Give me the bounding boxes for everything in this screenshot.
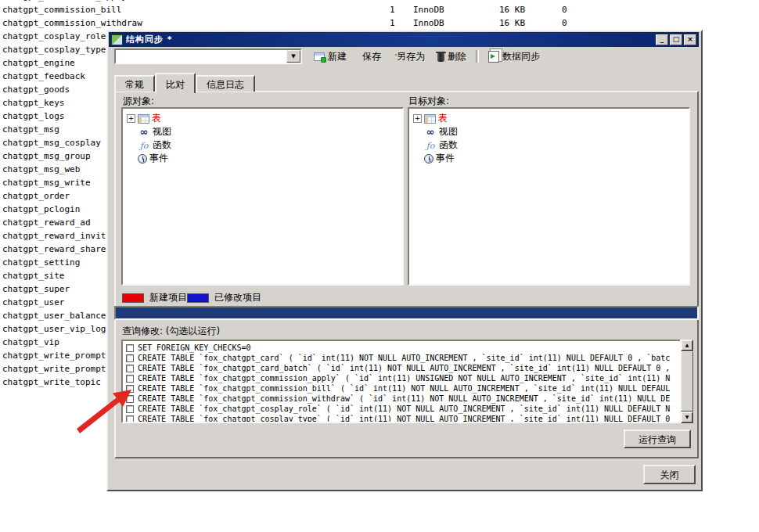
table-name: chatgpt_reward_share (2, 244, 106, 254)
sql-checkbox[interactable] (126, 385, 134, 393)
table-name: chatgpt_msg_web (2, 164, 80, 174)
tab-compare[interactable]: 比对 (155, 73, 196, 93)
sql-statement-text: CREATE TABLE `fox_chatgpt_commission_wit… (138, 394, 670, 403)
sql-checkbox[interactable] (126, 405, 134, 413)
sql-checkbox[interactable] (126, 365, 134, 372)
sql-statement-row[interactable]: CREATE TABLE `fox_chatgpt_commission_app… (124, 373, 692, 383)
dialog-titlebar[interactable]: 结构同步 * _ □ × (109, 32, 699, 47)
close-dialog-button[interactable]: 关闭 (643, 465, 696, 484)
window-button-glyph: × (685, 35, 696, 44)
event-icon (424, 154, 433, 164)
sql-checkbox[interactable] (126, 354, 134, 362)
data-sync-button[interactable]: 数据同步 (486, 49, 542, 64)
scroll-up-icon[interactable]: ▲ (681, 340, 693, 351)
table-name: chatgpt_pclogin (2, 204, 80, 214)
sql-checkbox[interactable] (126, 415, 134, 423)
tree-item[interactable]: 事件 (127, 152, 402, 165)
sql-statement-row[interactable]: CREATE TABLE `fox_chatgpt_commission_bil… (124, 383, 692, 394)
sql-statement-text: CREATE TABLE `fox_chatgpt_commission_bil… (138, 384, 670, 393)
table-name: chatgpt_cosplay_role (2, 31, 106, 41)
save-button[interactable]: 保存 (357, 49, 383, 64)
tab-info-log[interactable]: 信息日志 (196, 75, 255, 92)
tree-item[interactable]: 函数 (127, 138, 402, 152)
legend: 新建项目 已修改项目 (122, 291, 261, 304)
legend-color-swatch (122, 293, 144, 303)
table-list-row[interactable]: chatgpt_commission_withdraw 1 InnoDB 16 … (2, 16, 754, 30)
expand-icon[interactable]: + (127, 114, 135, 123)
toolbar-button-label: 删除 (448, 50, 466, 63)
tree-item[interactable]: 事件 (413, 152, 689, 165)
tree-item[interactable]: + 表 (127, 112, 402, 125)
sql-list-scrollbar[interactable]: ▲ ▼ (680, 340, 693, 423)
source-objects-label: 源对象: (123, 95, 154, 108)
tree-item-label: 函数 (439, 138, 458, 152)
table-name: chatgpt_write_topic (2, 377, 101, 387)
sql-checkbox[interactable] (126, 395, 134, 403)
save-as-button[interactable]: 另存为 (391, 49, 427, 64)
progress-bar-fill (116, 307, 697, 318)
sql-statement-row[interactable]: CREATE TABLE `fox_chatgpt_cosplay_type` … (124, 414, 692, 423)
delete-button[interactable]: 删除 (435, 49, 469, 64)
profile-combobox[interactable]: ▼ (114, 49, 302, 64)
dialog-toolbar: 新建 保存 另存为 删除 (311, 49, 542, 64)
table-name: chatgpt_user (2, 297, 64, 307)
tree-item-label: 表 (152, 112, 161, 125)
sql-statement-text: CREATE TABLE `fox_chatgpt_cosplay_type` … (138, 415, 670, 423)
expand-icon[interactable]: + (413, 114, 422, 123)
table-name: chatgpt_commission_withdraw (2, 18, 142, 28)
table-name: chatgpt_user_vip_logs (2, 324, 111, 334)
dialog-title: 结构同步 * (126, 34, 656, 45)
table-rows-count: 1 (390, 16, 395, 30)
profile-combobox-input[interactable] (117, 51, 288, 63)
run-query-button[interactable]: 运行查询 (624, 430, 691, 448)
chevron-down-icon[interactable]: ▼ (286, 50, 300, 63)
sql-statement-list: SET FOREIGN_KEY_CHECKS=0 CREATE TABLE `f… (121, 340, 693, 423)
table-list-row[interactable]: chatgpt_commission_bill 1 InnoDB 16 KB 0 (2, 3, 754, 16)
tree-item-label: 事件 (436, 152, 455, 165)
new-button[interactable]: 新建 (311, 49, 349, 64)
table-name: chatgpt_setting (2, 257, 80, 268)
sql-statement-row[interactable]: CREATE TABLE `fox_chatgpt_commission_wit… (124, 394, 692, 404)
table-name: chatgpt_site (2, 271, 64, 281)
sql-statement-row[interactable]: CREATE TABLE `fox_chatgpt_card` ( `id` i… (124, 353, 692, 363)
table-name: chatgpt_keys (2, 98, 64, 108)
tab-label: 常规 (125, 79, 144, 90)
sql-statement-row[interactable]: SET FOREIGN_KEY_CHECKS=0 (124, 343, 692, 353)
view-icon (424, 127, 437, 137)
legend-color-swatch (187, 293, 209, 303)
sql-statement-row[interactable]: CREATE TABLE `fox_chatgpt_cosplay_role` … (124, 404, 692, 414)
event-icon (138, 154, 147, 164)
tree-item[interactable]: 视图 (413, 125, 689, 138)
sql-statement-text: CREATE TABLE `fox_chatgpt_card` ( `id` i… (138, 354, 670, 362)
sql-checkbox[interactable] (126, 344, 134, 352)
toolbar-separator (476, 50, 479, 63)
table-name: chatgpt_engine (2, 58, 75, 68)
table-name: chatgpt_reward_ad (2, 217, 91, 228)
structure-sync-icon (111, 34, 123, 45)
legend-label: 已修改项目 (214, 291, 261, 304)
tab-label: 比对 (166, 79, 185, 90)
tree-item-label: 视图 (153, 125, 171, 138)
sql-statement-text: SET FOREIGN_KEY_CHECKS=0 (138, 343, 251, 352)
tree-item-label: 表 (438, 112, 448, 125)
tree-item-label: 事件 (149, 152, 168, 165)
scroll-down-icon[interactable]: ▼ (681, 412, 693, 423)
scrollbar-thumb[interactable] (681, 351, 693, 412)
toolbar-button-label: 另存为 (397, 50, 425, 63)
tab-general[interactable]: 常规 (114, 75, 155, 92)
sql-statement-text: CREATE TABLE `fox_chatgpt_cosplay_role` … (138, 404, 670, 413)
target-objects-label: 目标对象: (408, 95, 449, 108)
sql-statement-text: CREATE TABLE `fox_chatgpt_card_batch` ( … (138, 364, 670, 372)
dialog-tabs: 常规 比对 信息日志 (114, 73, 255, 93)
minimize-button[interactable]: _ (656, 34, 668, 45)
tree-item[interactable]: 视图 (127, 125, 402, 138)
tree-item[interactable]: + 表 (413, 112, 689, 125)
tree-item[interactable]: 函数 (413, 138, 689, 152)
close-button[interactable]: × (684, 34, 696, 45)
sql-statement-row[interactable]: CREATE TABLE `fox_chatgpt_card_batch` ( … (124, 363, 692, 373)
maximize-button[interactable]: □ (670, 34, 682, 45)
table-rows-count: 1 (390, 3, 395, 16)
tab-label: 信息日志 (207, 79, 244, 90)
toolbar-button-label: 新建 (328, 50, 347, 63)
sql-checkbox[interactable] (126, 375, 134, 383)
